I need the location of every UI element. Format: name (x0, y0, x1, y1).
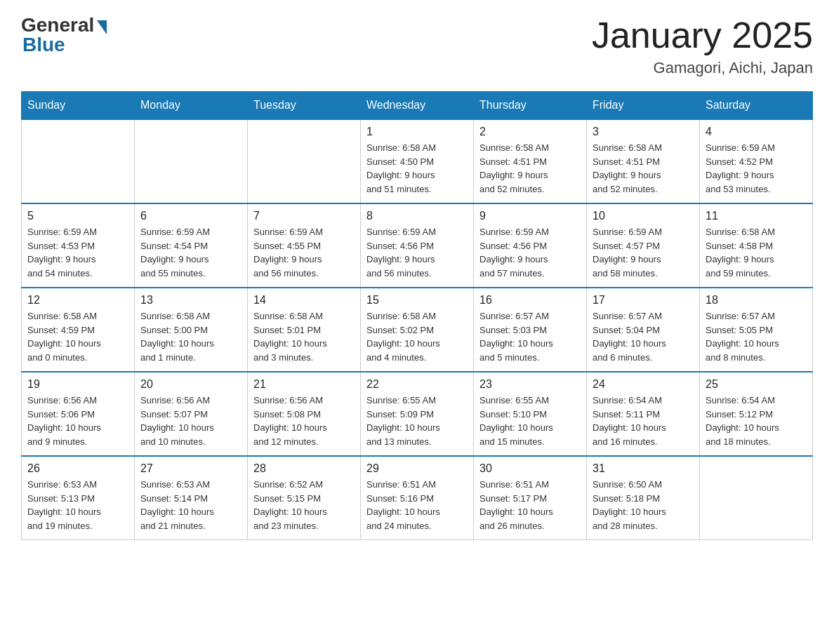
calendar-cell: 12Sunrise: 6:58 AM Sunset: 4:59 PM Dayli… (22, 288, 135, 372)
weekday-header-friday: Friday (587, 92, 700, 120)
calendar-cell: 17Sunrise: 6:57 AM Sunset: 5:04 PM Dayli… (587, 288, 700, 372)
title-block: January 2025 Gamagori, Aichi, Japan (592, 14, 813, 77)
calendar-cell: 16Sunrise: 6:57 AM Sunset: 5:03 PM Dayli… (474, 288, 587, 372)
day-number: 12 (27, 294, 128, 307)
day-number: 29 (366, 462, 468, 475)
day-info: Sunrise: 6:58 AM Sunset: 5:02 PM Dayligh… (366, 309, 468, 364)
day-number: 15 (366, 294, 468, 307)
calendar-week-row: 5Sunrise: 6:59 AM Sunset: 4:53 PM Daylig… (22, 203, 813, 288)
day-info: Sunrise: 6:51 AM Sunset: 5:16 PM Dayligh… (366, 478, 468, 532)
calendar-cell: 8Sunrise: 6:59 AM Sunset: 4:56 PM Daylig… (361, 203, 474, 288)
calendar-cell: 20Sunrise: 6:56 AM Sunset: 5:07 PM Dayli… (135, 372, 248, 456)
calendar-cell: 11Sunrise: 6:58 AM Sunset: 4:58 PM Dayli… (700, 203, 813, 288)
day-info: Sunrise: 6:53 AM Sunset: 5:14 PM Dayligh… (140, 478, 241, 532)
calendar-cell: 1Sunrise: 6:58 AM Sunset: 4:50 PM Daylig… (361, 119, 474, 203)
day-info: Sunrise: 6:56 AM Sunset: 5:08 PM Dayligh… (253, 394, 355, 448)
day-info: Sunrise: 6:58 AM Sunset: 5:00 PM Dayligh… (140, 309, 241, 364)
day-number: 30 (479, 462, 581, 475)
day-info: Sunrise: 6:50 AM Sunset: 5:18 PM Dayligh… (593, 478, 694, 532)
day-info: Sunrise: 6:55 AM Sunset: 5:10 PM Dayligh… (479, 394, 581, 448)
day-number: 21 (253, 378, 355, 391)
day-number: 26 (27, 462, 128, 475)
day-number: 25 (706, 378, 807, 391)
calendar-cell: 9Sunrise: 6:59 AM Sunset: 4:56 PM Daylig… (474, 203, 587, 288)
day-number: 7 (253, 210, 355, 222)
calendar-cell: 3Sunrise: 6:58 AM Sunset: 4:51 PM Daylig… (587, 119, 700, 203)
calendar-cell: 31Sunrise: 6:50 AM Sunset: 5:18 PM Dayli… (587, 456, 700, 540)
day-number: 6 (140, 210, 241, 222)
calendar-week-row: 1Sunrise: 6:58 AM Sunset: 4:50 PM Daylig… (22, 119, 813, 203)
calendar-cell: 2Sunrise: 6:58 AM Sunset: 4:51 PM Daylig… (474, 119, 587, 203)
day-number: 17 (593, 294, 694, 307)
day-info: Sunrise: 6:58 AM Sunset: 4:59 PM Dayligh… (27, 309, 128, 364)
day-info: Sunrise: 6:54 AM Sunset: 5:12 PM Dayligh… (706, 394, 807, 448)
calendar-cell (700, 456, 813, 540)
day-number: 4 (706, 126, 807, 138)
calendar-cell: 29Sunrise: 6:51 AM Sunset: 5:16 PM Dayli… (361, 456, 474, 540)
day-info: Sunrise: 6:55 AM Sunset: 5:09 PM Dayligh… (366, 394, 468, 448)
calendar-cell (248, 119, 361, 203)
day-number: 5 (27, 210, 128, 222)
calendar-cell: 25Sunrise: 6:54 AM Sunset: 5:12 PM Dayli… (700, 372, 813, 456)
weekday-header-sunday: Sunday (22, 92, 135, 120)
day-info: Sunrise: 6:59 AM Sunset: 4:56 PM Dayligh… (366, 225, 468, 280)
day-info: Sunrise: 6:59 AM Sunset: 4:57 PM Dayligh… (593, 225, 694, 280)
calendar-week-row: 12Sunrise: 6:58 AM Sunset: 4:59 PM Dayli… (22, 288, 813, 372)
weekday-header-row: SundayMondayTuesdayWednesdayThursdayFrid… (22, 92, 813, 120)
calendar-cell: 21Sunrise: 6:56 AM Sunset: 5:08 PM Dayli… (248, 372, 361, 456)
calendar-cell: 19Sunrise: 6:56 AM Sunset: 5:06 PM Dayli… (22, 372, 135, 456)
calendar-week-row: 26Sunrise: 6:53 AM Sunset: 5:13 PM Dayli… (22, 456, 813, 540)
day-number: 11 (706, 210, 807, 222)
calendar-cell: 15Sunrise: 6:58 AM Sunset: 5:02 PM Dayli… (361, 288, 474, 372)
day-number: 9 (479, 210, 581, 222)
calendar-header: SundayMondayTuesdayWednesdayThursdayFrid… (22, 92, 813, 120)
calendar-cell: 22Sunrise: 6:55 AM Sunset: 5:09 PM Dayli… (361, 372, 474, 456)
day-info: Sunrise: 6:53 AM Sunset: 5:13 PM Dayligh… (27, 478, 128, 532)
calendar-cell: 10Sunrise: 6:59 AM Sunset: 4:57 PM Dayli… (587, 203, 700, 288)
day-info: Sunrise: 6:57 AM Sunset: 5:05 PM Dayligh… (706, 309, 807, 364)
weekday-header-tuesday: Tuesday (248, 92, 361, 120)
day-info: Sunrise: 6:58 AM Sunset: 4:50 PM Dayligh… (366, 141, 468, 196)
day-number: 20 (140, 378, 241, 391)
logo: General Blue (21, 14, 107, 56)
weekday-header-thursday: Thursday (474, 92, 587, 120)
calendar-cell: 26Sunrise: 6:53 AM Sunset: 5:13 PM Dayli… (22, 456, 135, 540)
day-number: 23 (479, 378, 581, 391)
month-title: January 2025 (592, 14, 813, 56)
day-number: 8 (366, 210, 468, 222)
calendar-cell: 5Sunrise: 6:59 AM Sunset: 4:53 PM Daylig… (22, 203, 135, 288)
calendar-cell: 24Sunrise: 6:54 AM Sunset: 5:11 PM Dayli… (587, 372, 700, 456)
calendar-cell: 7Sunrise: 6:59 AM Sunset: 4:55 PM Daylig… (248, 203, 361, 288)
day-number: 28 (253, 462, 355, 475)
calendar-cell: 13Sunrise: 6:58 AM Sunset: 5:00 PM Dayli… (135, 288, 248, 372)
day-number: 24 (593, 378, 694, 391)
calendar-cell (22, 119, 135, 203)
calendar-cell: 28Sunrise: 6:52 AM Sunset: 5:15 PM Dayli… (248, 456, 361, 540)
day-info: Sunrise: 6:59 AM Sunset: 4:52 PM Dayligh… (706, 141, 807, 196)
calendar-cell: 4Sunrise: 6:59 AM Sunset: 4:52 PM Daylig… (700, 119, 813, 203)
day-number: 3 (593, 126, 694, 138)
day-number: 22 (366, 378, 468, 391)
logo-arrow-icon (97, 20, 107, 34)
day-info: Sunrise: 6:51 AM Sunset: 5:17 PM Dayligh… (479, 478, 581, 532)
calendar-body: 1Sunrise: 6:58 AM Sunset: 4:50 PM Daylig… (22, 119, 813, 540)
day-info: Sunrise: 6:58 AM Sunset: 5:01 PM Dayligh… (253, 309, 355, 364)
day-number: 18 (706, 294, 807, 307)
day-info: Sunrise: 6:57 AM Sunset: 5:03 PM Dayligh… (479, 309, 581, 364)
calendar-cell: 30Sunrise: 6:51 AM Sunset: 5:17 PM Dayli… (474, 456, 587, 540)
day-info: Sunrise: 6:54 AM Sunset: 5:11 PM Dayligh… (593, 394, 694, 448)
day-number: 10 (593, 210, 694, 222)
day-info: Sunrise: 6:59 AM Sunset: 4:55 PM Dayligh… (253, 225, 355, 280)
calendar-cell: 23Sunrise: 6:55 AM Sunset: 5:10 PM Dayli… (474, 372, 587, 456)
calendar-cell: 27Sunrise: 6:53 AM Sunset: 5:14 PM Dayli… (135, 456, 248, 540)
day-number: 13 (140, 294, 241, 307)
weekday-header-saturday: Saturday (700, 92, 813, 120)
calendar-cell: 18Sunrise: 6:57 AM Sunset: 5:05 PM Dayli… (700, 288, 813, 372)
day-info: Sunrise: 6:56 AM Sunset: 5:07 PM Dayligh… (140, 394, 241, 448)
day-number: 27 (140, 462, 241, 475)
weekday-header-monday: Monday (135, 92, 248, 120)
weekday-header-wednesday: Wednesday (361, 92, 474, 120)
day-number: 31 (593, 462, 694, 475)
day-number: 16 (479, 294, 581, 307)
calendar-cell (135, 119, 248, 203)
